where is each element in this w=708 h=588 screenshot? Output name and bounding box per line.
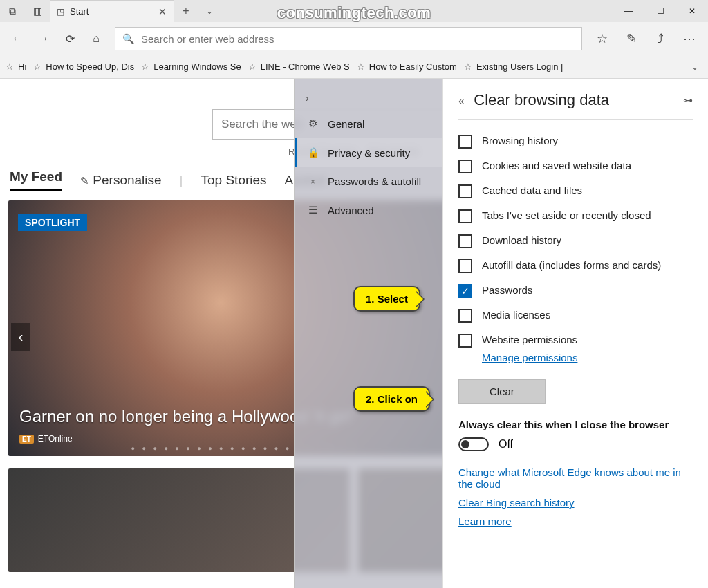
refresh-button[interactable]: ⟳ <box>57 26 83 52</box>
checkbox-icon[interactable]: ✓ <box>458 284 472 298</box>
favorites-icon[interactable]: ☆ <box>588 26 617 52</box>
clear-option-2[interactable]: Cached data and files <box>458 179 693 204</box>
home-button[interactable]: ⌂ <box>83 26 109 52</box>
pin-icon[interactable]: ⊶ <box>683 95 693 106</box>
star-icon: ☆ <box>141 61 149 72</box>
clear-option-3[interactable]: Tabs I've set aside or recently closed <box>458 204 693 229</box>
clear-option-label: Cached data and files <box>482 184 582 196</box>
address-input[interactable] <box>141 33 575 45</box>
clear-option-label: Passwords <box>482 284 532 296</box>
tabs-aside-icon[interactable]: ⧉ <box>0 0 25 22</box>
settings-sidebar: › ⚙General 🔒Privacy & security ᚼPassword… <box>294 79 442 588</box>
tab-favicon-icon: ◳ <box>57 7 64 17</box>
checkbox-icon[interactable] <box>458 259 472 273</box>
clear-option-label: Cookies and saved website data <box>482 160 631 171</box>
tab-actions-icon[interactable]: ⌄ <box>198 0 221 22</box>
settings-advanced[interactable]: ☰Advanced <box>295 196 442 225</box>
favorite-item[interactable]: ☆LINE - Chrome Web S <box>248 61 350 72</box>
tab-label: Start <box>70 6 88 17</box>
favorites-overflow-icon[interactable]: ⌄ <box>691 62 702 72</box>
window-minimize-button[interactable]: — <box>613 0 644 22</box>
settings-label: Passwords & autofill <box>328 176 421 187</box>
clear-option-label: Download history <box>482 234 561 246</box>
new-tab-button[interactable]: + <box>174 0 198 22</box>
key-icon: ᚼ <box>307 176 318 187</box>
sliders-icon: ☰ <box>307 204 318 216</box>
clear-option-1[interactable]: Cookies and saved website data <box>458 154 693 179</box>
spotlight-badge: SPOTLIGHT <box>18 214 87 231</box>
back-button[interactable]: ← <box>4 26 30 52</box>
clear-option-8[interactable]: Website permissions <box>458 328 693 353</box>
cloud-data-link[interactable]: Change what Microsoft Edge knows about m… <box>458 466 693 490</box>
favorite-item[interactable]: ☆Learning Windows Se <box>141 61 241 72</box>
star-icon: ☆ <box>248 61 257 72</box>
clear-option-label: Website permissions <box>482 334 577 345</box>
tab-label: Personalise <box>93 173 161 187</box>
hero-prev-icon[interactable]: ‹ <box>11 323 30 351</box>
clear-option-6[interactable]: ✓Passwords <box>458 278 693 303</box>
settings-general[interactable]: ⚙General <box>295 109 442 138</box>
clear-data-pane: « Clear browsing data ⊶ Browsing history… <box>442 79 708 588</box>
show-tabs-icon[interactable]: ▥ <box>25 0 50 22</box>
always-clear-toggle[interactable] <box>458 437 489 451</box>
search-icon: 🔍 <box>122 33 134 44</box>
forward-button[interactable]: → <box>30 26 57 52</box>
notes-icon[interactable]: ✎ <box>617 26 646 52</box>
lock-icon: 🔒 <box>307 146 318 159</box>
clear-option-0[interactable]: Browsing history <box>458 129 693 154</box>
checkbox-icon[interactable] <box>458 135 472 149</box>
clear-option-7[interactable]: Media licenses <box>458 303 693 328</box>
tab-top-stories[interactable]: Top Stories <box>201 173 267 188</box>
clear-option-5[interactable]: Autofill data (includes forms and cards) <box>458 254 693 278</box>
pane-title: Clear browsing data <box>474 91 609 109</box>
pencil-icon: ✎ <box>80 175 89 187</box>
clear-option-label: Browsing history <box>482 135 558 146</box>
checkbox-icon[interactable] <box>458 209 472 223</box>
settings-label: Advanced <box>328 205 374 216</box>
clear-option-label: Tabs I've set aside or recently closed <box>482 209 651 221</box>
favorite-item[interactable]: ☆How to Easily Custom <box>357 61 457 72</box>
page-content: 🔍 Recent Searches: Motorola Mot My Feed … <box>0 79 708 588</box>
window-close-button[interactable]: ✕ <box>676 0 708 22</box>
tab-close-icon[interactable]: ✕ <box>146 6 167 17</box>
checkbox-icon[interactable] <box>458 309 472 323</box>
settings-expand-icon[interactable]: › <box>295 87 442 109</box>
favorite-label: Learning Windows Se <box>153 61 241 72</box>
share-icon[interactable]: ⤴ <box>646 26 675 52</box>
clear-button[interactable]: Clear <box>458 379 546 404</box>
checkbox-icon[interactable] <box>458 160 472 173</box>
manage-permissions-link[interactable]: Manage permissions <box>482 352 577 363</box>
checkbox-icon[interactable] <box>458 334 472 348</box>
favorite-label: Hi <box>18 61 26 72</box>
star-icon: ☆ <box>357 61 365 72</box>
favorite-label: LINE - Chrome Web S <box>261 61 350 72</box>
more-icon[interactable]: ⋯ <box>675 26 704 52</box>
star-icon: ☆ <box>33 61 41 72</box>
bing-history-link[interactable]: Clear Bing search history <box>458 497 693 509</box>
annotation-select: 1. Select <box>353 286 420 312</box>
tab-personalise[interactable]: ✎ Personalise <box>80 173 162 188</box>
checkbox-icon[interactable] <box>458 234 472 248</box>
tab-my-feed[interactable]: My Feed <box>10 169 62 191</box>
window-maximize-button[interactable]: ☐ <box>644 0 676 22</box>
clear-option-label: Media licenses <box>482 309 550 321</box>
source-label: ETOnline <box>38 434 73 444</box>
favorites-bar: ☆Hi ☆How to Speed Up, Dis ☆Learning Wind… <box>0 55 708 79</box>
annotation-click: 2. Click on <box>353 386 430 412</box>
browser-tab[interactable]: ◳ Start ✕ <box>50 0 174 22</box>
back-chevron-icon[interactable]: « <box>458 95 464 106</box>
favorite-item[interactable]: ☆How to Speed Up, Dis <box>33 61 134 72</box>
favorite-label: How to Speed Up, Dis <box>46 61 134 72</box>
settings-label: General <box>328 118 364 130</box>
favorite-item[interactable]: ☆Hi <box>6 61 26 72</box>
address-bar[interactable]: 🔍 <box>115 27 582 50</box>
settings-passwords[interactable]: ᚼPasswords & autofill <box>295 167 442 196</box>
star-icon: ☆ <box>464 61 472 72</box>
learn-more-link[interactable]: Learn more <box>458 515 693 527</box>
settings-privacy[interactable]: 🔒Privacy & security <box>295 138 442 167</box>
favorite-item[interactable]: ☆Existing Users Login | <box>464 61 563 72</box>
clear-option-label: Autofill data (includes forms and cards) <box>482 259 661 271</box>
always-clear-label: Always clear this when I close the brows… <box>458 419 693 430</box>
checkbox-icon[interactable] <box>458 184 472 198</box>
clear-option-4[interactable]: Download history <box>458 229 693 254</box>
